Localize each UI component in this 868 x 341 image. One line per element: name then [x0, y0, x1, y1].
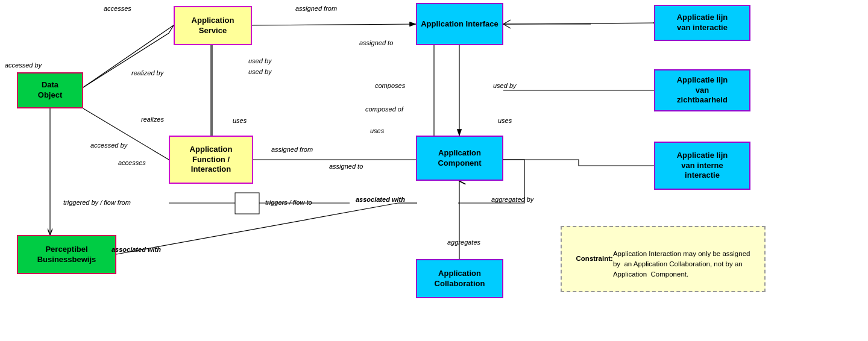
data-object-node: DataObject	[17, 72, 83, 108]
application-collaboration-node: ApplicationCollaboration	[416, 259, 503, 298]
svg-line-9	[83, 25, 174, 87]
svg-line-2	[503, 23, 654, 24]
label-used-by-3: used by	[493, 82, 517, 89]
label-used-by-2: used by	[248, 68, 272, 75]
applicatie-lijn-interne-node: Applicatie lijnvan interneinteractie	[654, 142, 750, 190]
label-composes: composes	[375, 82, 405, 89]
label-triggers-to: triggers / flow to	[265, 199, 312, 206]
label-assigned-from-1: assigned from	[295, 5, 337, 12]
label-accesses-1: accesses	[104, 5, 131, 12]
label-aggregated-by: aggregated by	[491, 196, 533, 203]
label-accessed-by-1: accessed by	[5, 61, 42, 69]
label-assigned-from-2: assigned from	[271, 146, 313, 153]
label-associated-with-2: associated with	[112, 246, 161, 253]
application-interface-node: Application Interface	[416, 3, 503, 45]
label-realized-by: realized by	[131, 69, 163, 77]
label-accessed-by-2: accessed by	[90, 142, 127, 149]
label-uses-3: uses	[370, 127, 384, 134]
label-assigned-to-2: assigned to	[329, 163, 363, 170]
diagram-container: Application Service Application Interfac…	[0, 0, 868, 341]
label-triggered-by: triggered by / flow from	[63, 199, 131, 206]
label-realizes: realizes	[141, 116, 164, 123]
label-assigned-to-1: assigned to	[359, 39, 393, 46]
application-function-node: ApplicationFunction /Interaction	[169, 136, 253, 184]
label-uses-1: uses	[233, 117, 247, 124]
application-component-node: ApplicationComponent	[416, 136, 503, 181]
label-accesses-2: accesses	[118, 159, 146, 166]
constraint-title: Constraint:	[576, 254, 613, 264]
applicatie-lijn-interactie-node: Applicatie lijnvan interactie	[654, 5, 750, 41]
label-uses-2: uses	[498, 117, 512, 124]
constraint-node: Constraint: Application Interaction may …	[561, 226, 766, 292]
svg-line-1	[252, 24, 416, 25]
application-service-node: Application Service	[174, 6, 252, 45]
svg-rect-4	[235, 193, 259, 214]
label-composed-of: composed of	[365, 105, 403, 113]
applicatie-lijn-zichtbaarheid-node: Applicatie lijnvanzichtbaarheid	[654, 69, 750, 111]
label-used-by-1: used by	[248, 57, 272, 64]
perceptibel-node: PerceptibelBusinessbewijs	[17, 235, 116, 274]
label-associated-with-1: associated with	[356, 196, 405, 203]
label-aggregates: aggregates	[447, 239, 480, 246]
